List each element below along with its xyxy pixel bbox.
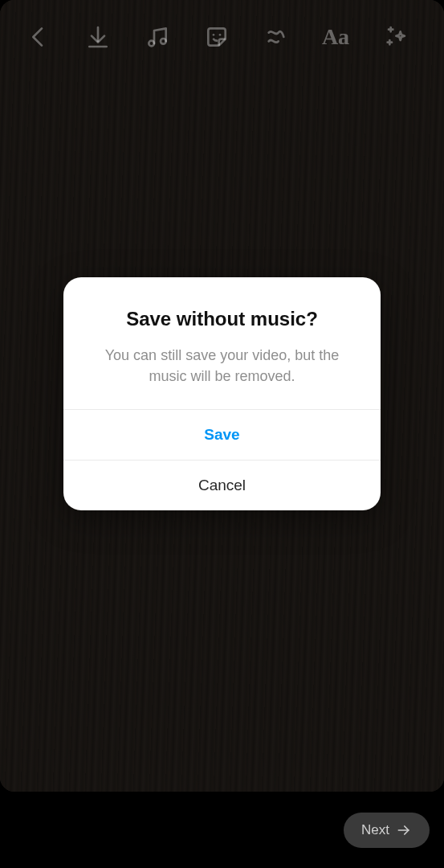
modal-overlay: Save without music? You can still save y… <box>0 0 444 868</box>
cancel-button[interactable]: Cancel <box>63 460 381 510</box>
save-confirmation-dialog: Save without music? You can still save y… <box>63 277 381 510</box>
dialog-header: Save without music? You can still save y… <box>63 277 381 409</box>
dialog-title: Save without music? <box>88 308 356 330</box>
dialog-message: You can still save your video, but the m… <box>88 345 356 387</box>
save-button[interactable]: Save <box>63 409 381 460</box>
